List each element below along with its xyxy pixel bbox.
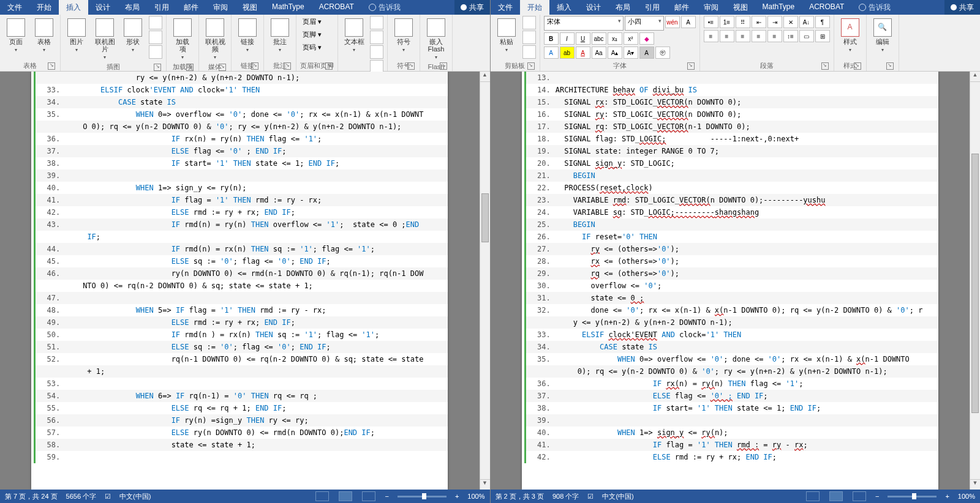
- sort-button[interactable]: A↓: [799, 16, 814, 28]
- smartart-button[interactable]: [149, 16, 162, 29]
- scroll-thumb[interactable]: [971, 154, 979, 413]
- tab-插入[interactable]: 插入: [549, 0, 579, 15]
- dialog-launcher-icon[interactable]: ↘: [407, 62, 415, 70]
- language-indicator[interactable]: 中文(中国): [119, 492, 151, 501]
- hf-item[interactable]: 页眉 ▾: [300, 16, 324, 28]
- tab-视图[interactable]: 视图: [726, 0, 755, 15]
- vertical-scrollbar[interactable]: ▲ ▼: [480, 72, 490, 490]
- shapes-button[interactable]: 形状▾: [121, 16, 145, 54]
- italic-button[interactable]: I: [560, 32, 575, 45]
- view-web-icon[interactable]: [362, 491, 375, 501]
- code-text[interactable]: ELSIF clock'EVENT AND clock='1' THEN: [556, 329, 742, 341]
- cut-button[interactable]: [522, 16, 536, 29]
- code-text[interactable]: [556, 414, 560, 427]
- dialog-launcher-icon[interactable]: ↘: [154, 64, 161, 71]
- dialog-launcher-icon[interactable]: ↘: [821, 62, 829, 70]
- code-text[interactable]: BEGIN: [556, 170, 595, 182]
- align-right-button[interactable]: ≡: [736, 30, 750, 42]
- code-text[interactable]: rq <= (others=>'0');: [556, 267, 679, 280]
- dialog-launcher-icon[interactable]: ↘: [48, 62, 55, 70]
- code-text[interactable]: ARCHITECTURE behav OF divi_bu IS: [556, 84, 697, 96]
- code-text[interactable]: [65, 378, 69, 390]
- code-text[interactable]: rq(n-1 DOWNTO 0) <= rq(n-2 DOWNTO 0) & s…: [65, 353, 423, 365]
- dialog-launcher-icon[interactable]: ↘: [527, 62, 535, 70]
- tab-引用[interactable]: 引用: [147, 0, 176, 15]
- view-read-icon[interactable]: [315, 491, 329, 501]
- code-text[interactable]: IF rmd(n ) = rx(n) THEN sq := '1'; flag …: [65, 329, 379, 341]
- code-text[interactable]: SIGNAL state: integer RANGE 0 TO 7;: [556, 145, 719, 157]
- pic-button[interactable]: 图片▾: [64, 16, 89, 54]
- editing-button[interactable]: 🔍编辑▾: [870, 16, 895, 54]
- styles-button[interactable]: A样式▾: [838, 16, 862, 54]
- zoom-in-icon[interactable]: +: [455, 493, 459, 500]
- tab-视图[interactable]: 视图: [235, 0, 265, 15]
- asian-layout-button[interactable]: ✕: [783, 16, 798, 28]
- decrease-indent-button[interactable]: ⇤: [752, 16, 766, 28]
- tell-me[interactable]: 告诉我: [364, 0, 405, 15]
- code-text[interactable]: SIGNAL sign_y: STD_LOGIC;: [556, 157, 675, 170]
- tab-mathtype[interactable]: MathType: [755, 0, 802, 15]
- textbox-button[interactable]: 文本框▾: [342, 16, 366, 54]
- hf-item[interactable]: 页码 ▾: [300, 42, 324, 53]
- language-indicator[interactable]: 中文(中国): [602, 492, 633, 501]
- copy-button[interactable]: [522, 31, 536, 44]
- tab-acrobat[interactable]: ACROBAT: [802, 0, 851, 15]
- dialog-launcher-icon[interactable]: ↘: [186, 64, 194, 71]
- tab-引用[interactable]: 引用: [638, 0, 667, 15]
- tab-邮件[interactable]: 邮件: [667, 0, 696, 15]
- code-text[interactable]: ELSE flag <= '0' ; END IF;: [65, 145, 286, 157]
- zoom-slider[interactable]: [398, 496, 447, 497]
- subscript-button[interactable]: x₂: [608, 32, 622, 45]
- code-text[interactable]: ry <= (others=>'0');: [556, 243, 679, 255]
- code-text[interactable]: WHEN 1=> sign_y <= ry(n);: [65, 182, 246, 194]
- sig-button[interactable]: [370, 45, 383, 59]
- enclose-char-button[interactable]: ㊥: [655, 47, 670, 59]
- code-text[interactable]: WHEN 0=> overflow <= '0'; done <= '0'; r…: [65, 108, 423, 121]
- code-text[interactable]: WHEN 0=> overflow <= '0'; done <= '0'; r…: [556, 353, 910, 365]
- code-text[interactable]: CASE state IS: [65, 96, 176, 108]
- wordart-button[interactable]: [370, 16, 383, 29]
- tab-开始[interactable]: 开始: [29, 0, 59, 15]
- code-text[interactable]: state <= 0 ;: [556, 292, 644, 304]
- superscript-button[interactable]: x²: [624, 32, 638, 45]
- zoom-in-icon[interactable]: +: [945, 493, 949, 500]
- hf-item[interactable]: 页脚 ▾: [300, 29, 324, 40]
- code-text[interactable]: IF rx(n) = ry(n) THEN flag <= '1';: [65, 133, 322, 145]
- tab-文件[interactable]: 文件: [491, 0, 520, 15]
- align-center-button[interactable]: ≡: [720, 30, 734, 42]
- font-size-select[interactable]: 小四: [625, 16, 664, 31]
- code-text[interactable]: 0); rq <= y(n-2 DOWNTO 0) & '0'; ry <= y…: [556, 365, 888, 378]
- code-text[interactable]: VARIABLE rmd: STD_LOGIC_VECTOR(n DOWNTO …: [556, 194, 826, 206]
- strike-button[interactable]: abc: [592, 32, 606, 45]
- tab-布局[interactable]: 布局: [608, 0, 638, 15]
- code-text[interactable]: ELSE flag <= '0' ; END IF;: [556, 390, 768, 402]
- tab-布局[interactable]: 布局: [118, 0, 147, 15]
- code-text[interactable]: ELSE sq := '0'; flag <= '0'; END IF;: [65, 341, 331, 353]
- document-page[interactable]: 13. 14.ARCHITECTURE behav OF divi_bu IS1…: [522, 72, 938, 490]
- numbering-button[interactable]: 1≡: [720, 16, 734, 28]
- tab-mathtype[interactable]: MathType: [265, 0, 312, 15]
- code-text[interactable]: CASE state IS: [556, 341, 657, 353]
- code-text[interactable]: ry(n DOWNTO 0) <= rmd(n-1 DOWNTO 0) & rq…: [65, 267, 423, 280]
- highlight-button[interactable]: ab: [560, 47, 575, 59]
- code-text[interactable]: IF flag = '1' THEN rmd := ry - rx;: [65, 194, 322, 206]
- increase-indent-button[interactable]: ⇥: [767, 16, 782, 28]
- scroll-down-icon[interactable]: ▼: [480, 479, 490, 490]
- tab-开始[interactable]: 开始: [520, 0, 549, 15]
- borders-button[interactable]: ⊞: [815, 30, 830, 42]
- code-text[interactable]: SIGNAL flag: STD_LOGIC; -----1:next-,0:n…: [556, 133, 799, 145]
- show-marks-button[interactable]: ¶: [815, 16, 830, 28]
- code-text[interactable]: IF;: [65, 231, 100, 243]
- dialog-launcher-icon[interactable]: ↘: [886, 62, 894, 70]
- chart-button[interactable]: [149, 31, 162, 44]
- zoom-level[interactable]: 100%: [467, 493, 484, 500]
- code-text[interactable]: IF start= '1' THEN state <= 1; END IF;: [556, 402, 821, 414]
- document-page[interactable]: ry <= y(n+n-2) & y(n+n-2 DOWNTO n-1);33.…: [31, 72, 448, 490]
- text-effects-button[interactable]: A: [544, 47, 559, 59]
- view-read-icon[interactable]: [806, 491, 820, 501]
- code-text[interactable]: [556, 72, 560, 84]
- code-text[interactable]: NTO 0) <= rq(n-2 DOWNTO 0) & sq; state <…: [65, 280, 313, 292]
- code-text[interactable]: WHEN 6=> IF rq(n-1) = '0' THEN rq <= rq …: [65, 390, 317, 402]
- share-button[interactable]: 共享: [454, 0, 490, 15]
- code-text[interactable]: IF rmd(n) = rx(n) THEN sq := '1'; flag <…: [65, 243, 375, 255]
